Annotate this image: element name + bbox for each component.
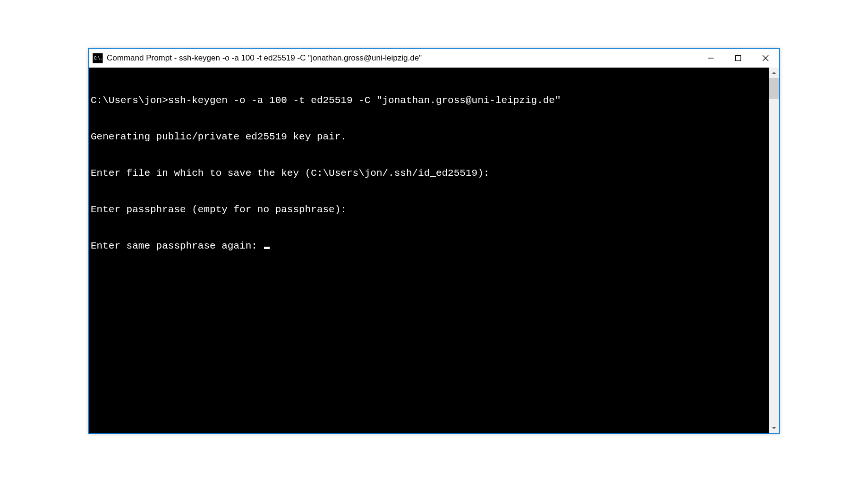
terminal-output[interactable]: C:\Users\jon>ssh-keygen -o -a 100 -t ed2…: [89, 68, 769, 433]
close-button[interactable]: [752, 49, 779, 68]
cursor: [264, 247, 270, 249]
close-icon: [762, 55, 769, 61]
app-icon: C:\.: [93, 53, 103, 63]
minimize-button[interactable]: [697, 49, 724, 68]
content-area: C:\Users\jon>ssh-keygen -o -a 100 -t ed2…: [89, 68, 779, 433]
terminal-line: Enter same passphrase again:: [91, 240, 767, 252]
app-icon-text: C:\.: [94, 56, 102, 60]
maximize-icon: [735, 55, 741, 61]
window-controls: [697, 49, 779, 68]
titlebar[interactable]: C:\. Command Prompt - ssh-keygen -o -a 1…: [89, 49, 779, 68]
svg-rect-1: [736, 56, 741, 61]
terminal-line-text: Enter same passphrase again:: [91, 241, 263, 251]
minimize-icon: [707, 55, 714, 61]
terminal-line: Enter file in which to save the key (C:\…: [91, 167, 767, 180]
scroll-up-button[interactable]: [769, 68, 779, 78]
command-prompt-window: C:\. Command Prompt - ssh-keygen -o -a 1…: [88, 48, 780, 434]
scroll-track[interactable]: [769, 78, 779, 423]
chevron-down-icon: [772, 426, 776, 430]
scroll-thumb[interactable]: [769, 78, 779, 99]
terminal-line: Enter passphrase (empty for no passphras…: [91, 204, 767, 216]
chevron-up-icon: [772, 70, 776, 75]
vertical-scrollbar[interactable]: [769, 68, 779, 433]
maximize-button[interactable]: [724, 49, 752, 68]
terminal-line: C:\Users\jon>ssh-keygen -o -a 100 -t ed2…: [91, 95, 767, 107]
terminal-line: Generating public/private ed25519 key pa…: [91, 131, 767, 143]
scroll-down-button[interactable]: [769, 423, 779, 433]
window-title: Command Prompt - ssh-keygen -o -a 100 -t…: [107, 53, 697, 63]
